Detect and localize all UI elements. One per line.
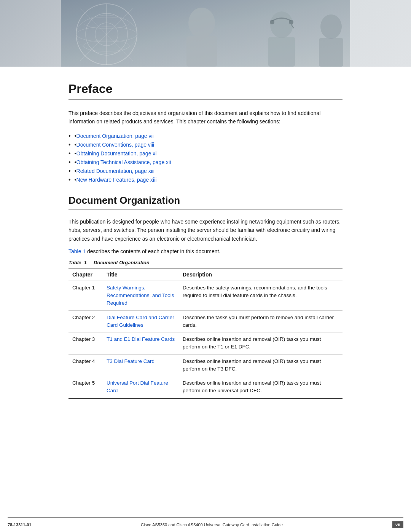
table-cell-title: Safety Warnings, Recommendations, and To… xyxy=(103,281,179,310)
main-content: Preface This preface describes the objec… xyxy=(0,67,411,517)
table-title-link[interactable]: Universal Port Dial Feature Card xyxy=(107,380,168,393)
table-cell-chapter: Chapter 2 xyxy=(68,310,103,332)
page-title: Preface xyxy=(68,82,342,96)
table-ref-link[interactable]: Table 1 xyxy=(68,248,86,254)
table-row: Chapter 3T1 and E1 Dial Feature CardsDes… xyxy=(68,332,342,355)
preface-link-4[interactable]: Obtaining Technical Assistance, page xii xyxy=(76,159,171,165)
list-item: • New Hardware Features, page xiii xyxy=(68,177,342,183)
section-rule xyxy=(68,209,342,210)
header-decorative-svg xyxy=(61,0,350,67)
table-caption-number: 1 xyxy=(83,260,92,265)
table-title-link[interactable]: T3 Dial Feature Card xyxy=(107,358,155,364)
table-caption: Table 1 Document Organization xyxy=(68,260,342,265)
table-cell-chapter: Chapter 3 xyxy=(68,332,103,355)
page-wrapper: Preface This preface describes the objec… xyxy=(0,0,411,532)
section-title-doc-org: Document Organization xyxy=(68,195,342,206)
title-rule xyxy=(68,99,342,100)
table-row: Chapter 2Dial Feature Card and Carrier C… xyxy=(68,310,342,332)
table-row: Chapter 4T3 Dial Feature CardDescribes o… xyxy=(68,354,342,376)
table-header-row: Chapter Title Description xyxy=(68,268,342,281)
table-cell-chapter: Chapter 5 xyxy=(68,376,103,398)
col-header-chapter: Chapter xyxy=(68,268,103,281)
table-title-link[interactable]: T1 and E1 Dial Feature Cards xyxy=(107,336,175,342)
preface-link-2[interactable]: Document Conventions, page viii xyxy=(76,142,155,148)
table-row: Chapter 5Universal Port Dial Feature Car… xyxy=(68,376,342,398)
footer: 78-13311-01 Cisco AS5350 and Cisco AS540… xyxy=(8,517,403,532)
preface-link-1[interactable]: Document Organization, page vii xyxy=(76,133,154,139)
table-caption-title: Document Organization xyxy=(94,260,150,265)
preface-intro: This preface describes the objectives an… xyxy=(68,109,342,126)
document-organization-table: Chapter Title Description Chapter 1Safet… xyxy=(68,268,342,399)
table-cell-title: T1 and E1 Dial Feature Cards xyxy=(103,332,179,355)
list-item: • Obtaining Technical Assistance, page x… xyxy=(68,159,342,166)
footer-page-number: vii xyxy=(392,521,403,528)
table-cell-description: Describes the tasks you must perform to … xyxy=(179,310,342,332)
col-header-title: Title xyxy=(103,268,179,281)
table-cell-description: Describes online insertion and removal (… xyxy=(179,332,342,355)
table-ref-suffix: describes the contents of each chapter i… xyxy=(86,248,220,254)
table-caption-label: Table xyxy=(68,260,81,265)
preface-link-5[interactable]: Related Documentation, page xiii xyxy=(76,168,155,174)
table-cell-description: Describes online insertion and removal (… xyxy=(179,376,342,398)
col-header-description: Description xyxy=(179,268,342,281)
table-title-link[interactable]: Safety Warnings, Recommendations, and To… xyxy=(107,285,174,306)
preface-link-3[interactable]: Obtaining Documentation, page xi xyxy=(76,150,157,157)
list-item: • Obtaining Documentation, page xi xyxy=(68,150,342,157)
footer-doc-number: 78-13311-01 xyxy=(8,522,31,527)
table-cell-title: Dial Feature Card and Carrier Card Guide… xyxy=(103,310,179,332)
doc-org-body: This publication is designed for people … xyxy=(68,217,342,243)
table-cell-description: Describes the safety warnings, recommend… xyxy=(179,281,342,310)
table-cell-chapter: Chapter 1 xyxy=(68,281,103,310)
footer-area: 78-13311-01 Cisco AS5350 and Cisco AS540… xyxy=(0,517,411,532)
table-ref-text: Table 1 describes the contents of each c… xyxy=(68,248,342,254)
preface-link-6[interactable]: New Hardware Features, page xiii xyxy=(76,177,157,183)
header-image xyxy=(0,0,411,67)
table-title-link[interactable]: Dial Feature Card and Carrier Card Guide… xyxy=(107,315,174,328)
footer-title: Cisco AS5350 and Cisco AS5400 Universal … xyxy=(141,522,283,527)
header-image-inner xyxy=(61,0,350,67)
table-cell-description: Describes online insertion and removal (… xyxy=(179,354,342,376)
preface-links-list: • Document Organization, page vii • Docu… xyxy=(68,133,342,183)
table-cell-title: Universal Port Dial Feature Card xyxy=(103,376,179,398)
table-cell-chapter: Chapter 4 xyxy=(68,354,103,376)
table-cell-title: T3 Dial Feature Card xyxy=(103,354,179,376)
content-area: Preface This preface describes the objec… xyxy=(61,82,350,399)
list-item: • Document Organization, page vii xyxy=(68,133,342,139)
svg-rect-20 xyxy=(61,0,350,67)
list-item: • Related Documentation, page xiii xyxy=(68,168,342,174)
table-row: Chapter 1Safety Warnings, Recommendation… xyxy=(68,281,342,310)
list-item: • Document Conventions, page viii xyxy=(68,142,342,148)
